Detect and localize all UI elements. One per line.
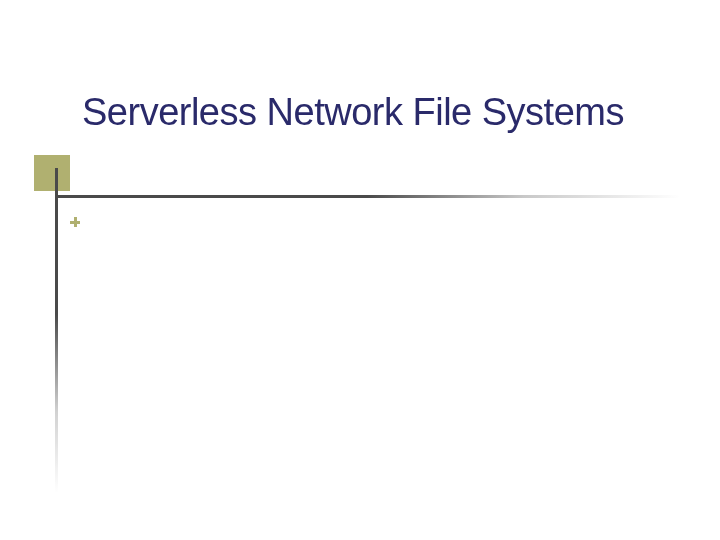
slide-title: Serverless Network File Systems: [82, 90, 624, 136]
vertical-divider: [55, 168, 58, 493]
accent-square: [34, 155, 70, 191]
svg-rect-1: [74, 217, 77, 227]
bullet-icon: [70, 217, 84, 231]
horizontal-divider: [55, 195, 680, 198]
